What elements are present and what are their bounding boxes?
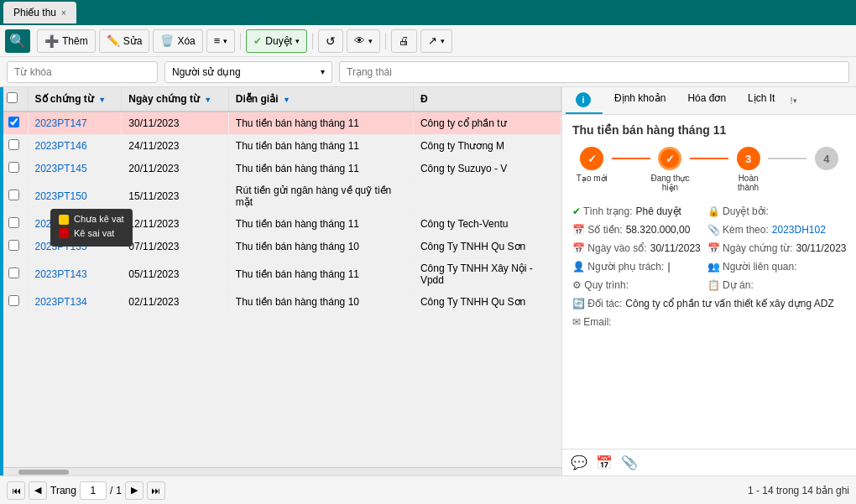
row-checkbox[interactable] (8, 240, 19, 251)
column-doi-tac-header[interactable]: Đ (413, 87, 561, 112)
first-page-button[interactable]: ⏮ (7, 481, 25, 500)
table-row[interactable]: 2023PT145 20/11/2023 Thu tiền bán hàng t… (0, 158, 561, 180)
row-partner-cell: Công Ty TNHH Xây Nội - Vpdd (413, 258, 561, 291)
right-panel: i Định khoản Hóa đơn Lịch It ! ▾ Thu tiề… (562, 87, 856, 475)
menu-button[interactable]: ≡ ▾ (206, 29, 236, 53)
calendar-icon[interactable]: 📅 (596, 455, 613, 470)
status-label-2: Đang thực hiện (650, 174, 690, 192)
row-checkbox-cell[interactable] (0, 213, 28, 236)
print-button[interactable]: 🖨 (391, 29, 417, 53)
page-input[interactable] (80, 481, 107, 500)
row-checkbox[interactable] (8, 295, 19, 306)
status-line-2 (690, 158, 729, 159)
xoa-button[interactable]: 🗑️ Xóa (153, 29, 202, 53)
table-row[interactable]: 2023PT146 24/11/2023 Thu tiền bán hàng t… (0, 135, 561, 158)
toolbar-separator-1 (240, 33, 241, 49)
status-number-3: 3 (745, 153, 751, 165)
du-an-label: 📋 Dự án: (707, 279, 754, 291)
table-scroll-container[interactable]: Số chứng từ ▼ Ngày chứng từ ▼ Diễn giải … (0, 87, 561, 467)
detail-fields: ✔ Tình trạng: Phê duyệt 🔒 Duyệt bởi: 📅 S… (572, 204, 846, 330)
row-id-cell: 2023PT146 (28, 135, 122, 158)
horizontal-scrollbar[interactable] (0, 467, 561, 475)
them-button[interactable]: ➕ Thêm (37, 29, 96, 53)
table-row[interactable]: 2023PT134 02/11/2023 Thu tiền bán hàng t… (0, 291, 561, 314)
row-checkbox-cell[interactable] (0, 135, 28, 158)
nguoi-phu-trach-label: 👤 Người phụ trách: (572, 261, 664, 273)
row-checkbox[interactable] (8, 217, 19, 228)
next-page-button[interactable]: ▶ (125, 481, 144, 500)
column-dien-giai-header[interactable]: Diễn giải ▼ (228, 87, 413, 112)
last-page-button[interactable]: ⏭ (147, 481, 165, 500)
legend-yellow-dot (59, 215, 69, 225)
row-checkbox[interactable] (8, 190, 19, 200)
row-checkbox[interactable] (8, 117, 19, 127)
row-date-cell: 07/11/2023 (122, 236, 229, 258)
row-description-cell: Thu tiền bán hàng tháng 11 (228, 135, 413, 158)
user-filter-dropdown-icon: ▾ (321, 67, 325, 76)
eye-icon: 👁 (354, 34, 365, 47)
user-filter-select[interactable]: Người sử dụng ▾ (164, 61, 332, 83)
keyword-input[interactable] (7, 61, 158, 83)
tab-info[interactable]: i (566, 87, 603, 114)
sua-icon: ✏️ (107, 34, 120, 47)
row-checkbox-cell[interactable] (0, 236, 28, 258)
status-filter-input[interactable] (339, 61, 849, 83)
row-checkbox[interactable] (8, 162, 19, 173)
table-row[interactable]: 2023PT150 15/11/2023 Rút tiền gửi ngân h… (0, 180, 561, 213)
row-checkbox-cell[interactable] (0, 291, 28, 314)
row-checkbox-cell[interactable] (0, 258, 28, 291)
app-logo: 🔍 (5, 29, 30, 53)
chat-icon[interactable]: 💬 (571, 455, 587, 470)
row-checkbox-cell[interactable] (0, 180, 28, 213)
row-description-cell: Thu tiền bán hàng tháng 10 (228, 291, 413, 314)
row-partner-cell (413, 180, 561, 213)
row-date-cell: 24/11/2023 (122, 135, 229, 158)
tab-dinh-khoan[interactable]: Định khoản (604, 87, 676, 114)
info-icon: i (576, 92, 591, 107)
column-checkbox-header[interactable] (0, 87, 28, 112)
row-description-cell: Rút tiền gửi ngân hàng về quỹ tiền mặt (228, 180, 413, 213)
dien-giai-filter-icon[interactable]: ▼ (283, 96, 290, 104)
row-date-cell: 02/11/2023 (122, 291, 229, 314)
sua-button[interactable]: ✏️ Sửa (99, 29, 150, 53)
table-area: Chưa kê vat Kê sai vat Số chứng từ ▼ (0, 87, 562, 475)
ngay-filter-icon[interactable]: ▼ (204, 96, 211, 104)
tab-close-button[interactable]: × (61, 8, 66, 18)
page-label: Trang (50, 485, 76, 496)
row-checkbox[interactable] (8, 139, 19, 150)
prev-page-button[interactable]: ◀ (29, 481, 47, 500)
column-so-chung-tu-header[interactable]: Số chứng từ ▼ (28, 87, 122, 112)
so-chung-tu-filter-icon[interactable]: ▼ (98, 96, 106, 104)
toolbar-separator-3 (385, 33, 386, 49)
column-ngay-chung-tu-header[interactable]: Ngày chứng từ ▼ (122, 87, 229, 112)
phieu-thu-tab[interactable]: Phiếu thu × (3, 2, 76, 23)
table-row[interactable]: 2023PT147 30/11/2023 Thu tiền bán hàng t… (0, 112, 561, 135)
row-checkbox-cell[interactable] (0, 158, 28, 180)
refresh-button[interactable]: ↺ (318, 29, 343, 53)
scrollbar-thumb[interactable] (18, 470, 69, 475)
status-circle-1: ✓ (580, 147, 603, 170)
print-icon: 🖨 (399, 34, 410, 47)
bottom-toolbar: ⏮ ◀ Trang / 1 ▶ ⏭ 1 - 14 trong 14 bản gh… (0, 475, 856, 504)
filter-bar: Người sử dụng ▾ (0, 57, 856, 87)
legend-item-1: Chưa kê vat (74, 214, 124, 225)
status-checkmark-1: ✓ (587, 153, 597, 165)
row-checkbox[interactable] (8, 268, 19, 278)
right-panel-bottom-bar: 💬 📅 📎 (562, 449, 856, 475)
table-row[interactable]: 2023PT143 05/11/2023 Thu tiền bán hàng t… (0, 258, 561, 291)
eye-button[interactable]: 👁 ▾ (347, 29, 380, 53)
row-description-cell: Thu tiền bán hàng tháng 11 (228, 213, 413, 236)
tab-lich-it[interactable]: Lịch It (738, 87, 785, 114)
eye-dropdown-icon: ▾ (368, 37, 373, 45)
select-all-checkbox[interactable] (7, 92, 18, 103)
status-step-3: 3 Hoàn thành (728, 147, 768, 192)
row-description-cell: Thu tiền bán hàng tháng 10 (228, 236, 413, 258)
attachment-icon[interactable]: 📎 (621, 455, 638, 470)
duyet-button[interactable]: ✔ Duyệt ▾ (246, 29, 307, 53)
tab-hoa-don[interactable]: Hóa đơn (677, 87, 736, 114)
duyet-boi-label: 🔒 Duyệt bởi: (707, 205, 769, 217)
kem-theo-label: 📎 Kèm theo: (707, 224, 769, 236)
share-button[interactable]: ↗ ▾ (420, 29, 452, 53)
tab-more-button[interactable]: ! ▾ (786, 87, 800, 114)
row-checkbox-cell[interactable] (0, 112, 28, 135)
